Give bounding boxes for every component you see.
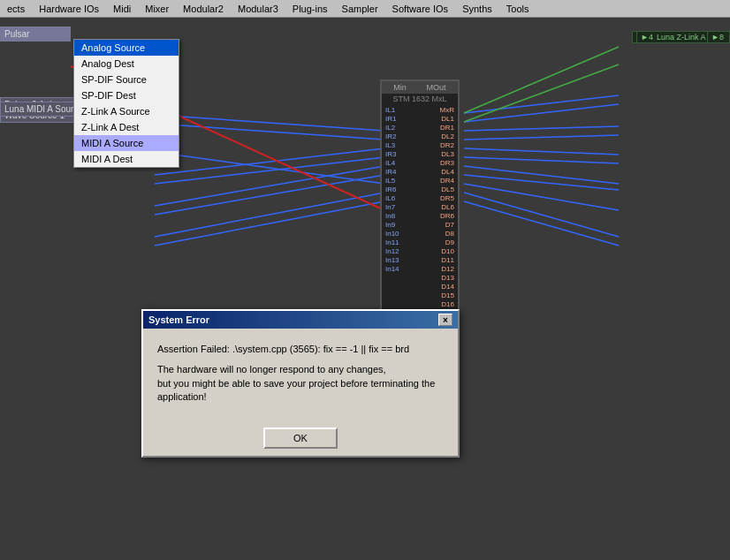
dialog-close-button[interactable]: × [438,314,452,326]
menu-item-softwareios[interactable]: Software IOs [385,2,456,16]
menu-item-modular2[interactable]: Modular2 [176,2,231,16]
dialog-message2: The hardware will no longer respond to a… [157,363,444,404]
canvas-area: Pulsar2 Luna Pulsar Analog Source Analog… [0,18,730,560]
menu-item-ects[interactable]: ects [0,2,32,16]
dialog-overlay: System Error × Assertion Failed: .\syste… [0,18,730,560]
dialog-body: Assertion Failed: .\system.cpp (3565): f… [143,329,458,420]
menu-item-mixer[interactable]: Mixer [138,2,176,16]
dialog-ok-button[interactable]: OK [263,428,338,449]
menu-item-hardware[interactable]: Hardware IOs [32,2,106,16]
dialog-titlebar: System Error × [143,311,458,329]
dialog-title: System Error [148,314,209,325]
menu-item-plugins[interactable]: Plug-ins [285,2,335,16]
menu-item-synths[interactable]: Synths [455,2,499,16]
menu-item-sampler[interactable]: Sampler [335,2,385,16]
dialog-message1: Assertion Failed: .\system.cpp (3565): f… [157,343,444,356]
dialog-footer: OK [143,420,458,456]
menu-item-modular3[interactable]: Modular3 [231,2,285,16]
menu-item-tools[interactable]: Tools [499,2,536,16]
menubar: ects Hardware IOs Midi Mixer Modular2 Mo… [0,0,730,18]
menu-item-midi[interactable]: Midi [106,2,138,16]
system-error-dialog: System Error × Assertion Failed: .\syste… [141,309,460,458]
